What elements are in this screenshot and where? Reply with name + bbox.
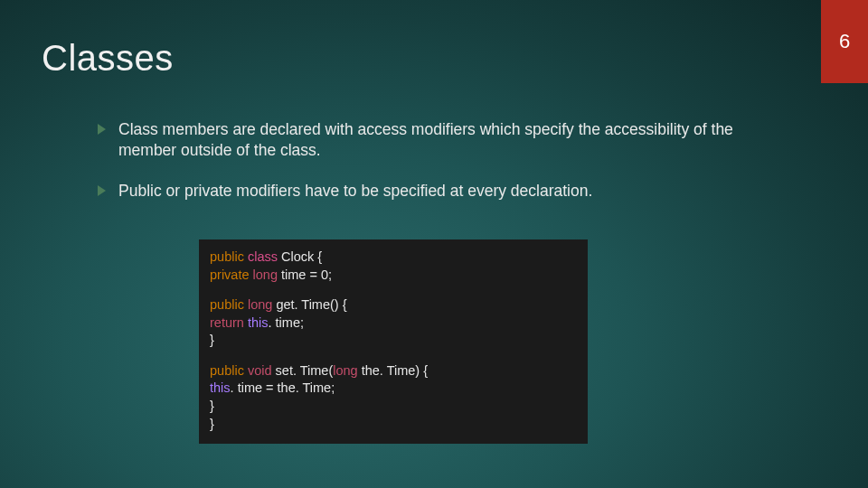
bullet-list: Class members are declared with access m… xyxy=(98,119,749,221)
page-number-badge: 6 xyxy=(821,0,868,83)
keyword-this: this xyxy=(210,380,231,395)
code-line: return this. time; xyxy=(210,314,577,333)
code-line: public class Clock { xyxy=(210,249,577,267)
keyword-type: void xyxy=(248,363,276,378)
code-line: public long get. Time() { xyxy=(210,296,577,314)
keyword-modifier: private xyxy=(210,267,253,282)
keyword-this: this xyxy=(248,315,269,330)
keyword-type: long xyxy=(248,297,276,312)
code-text: time = 0; xyxy=(281,267,332,282)
keyword-modifier: public xyxy=(210,363,248,378)
identifier: the. Time xyxy=(362,363,416,378)
brace: } xyxy=(210,399,214,413)
code-line: this. time = the. Time; xyxy=(210,380,577,398)
slide-title: Classes xyxy=(42,38,174,79)
brace: } xyxy=(210,333,214,347)
code-line: private long time = 0; xyxy=(210,267,577,285)
keyword-return: return xyxy=(210,315,248,330)
keyword-type: long xyxy=(333,363,361,378)
code-text: . time; xyxy=(269,315,304,330)
keyword-modifier: public xyxy=(210,297,248,312)
list-item: Class members are declared with access m… xyxy=(98,119,749,161)
bullet-text: Public or private modifiers have to be s… xyxy=(118,181,592,202)
identifier: set. Time xyxy=(276,363,329,378)
code-line: } xyxy=(210,416,577,434)
keyword-type: long xyxy=(253,267,281,282)
list-item: Public or private modifiers have to be s… xyxy=(98,181,749,202)
code-text: ) { xyxy=(415,363,428,378)
code-text: () { xyxy=(330,297,347,312)
brace: } xyxy=(210,417,214,431)
identifier: get. Time xyxy=(276,297,330,312)
keyword-class: class xyxy=(248,249,281,264)
code-line: } xyxy=(210,332,577,350)
identifier: Clock xyxy=(281,249,317,264)
code-text: . time = the. Time; xyxy=(231,380,335,395)
bullet-arrow-icon xyxy=(98,185,106,196)
keyword-modifier: public xyxy=(210,249,248,264)
page-number: 6 xyxy=(839,30,850,53)
brace: { xyxy=(317,249,322,264)
code-line: public void set. Time(long the. Time) { xyxy=(210,362,577,380)
bullet-text: Class members are declared with access m… xyxy=(118,119,749,161)
bullet-arrow-icon xyxy=(98,124,106,135)
code-line: } xyxy=(210,398,577,416)
code-block: public class Clock { private long time =… xyxy=(199,239,588,444)
